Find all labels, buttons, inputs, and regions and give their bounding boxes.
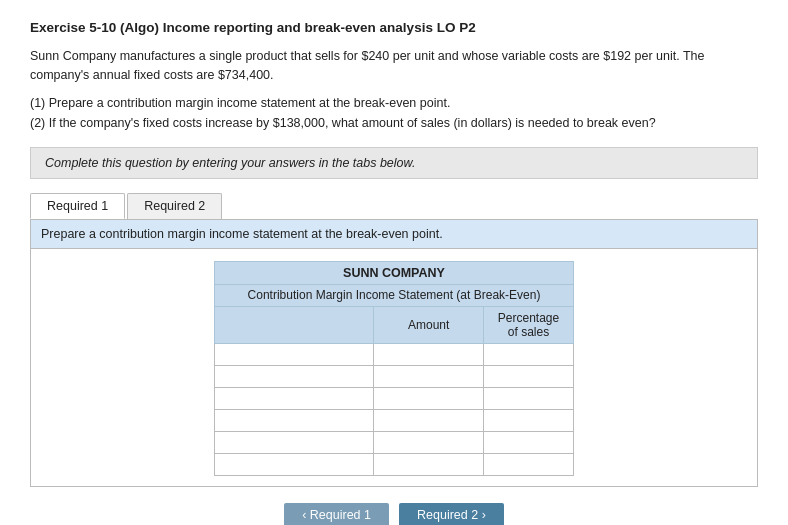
table-row [215, 387, 574, 409]
next-button[interactable]: Required 2 › [399, 503, 504, 526]
amount-input-6[interactable] [378, 457, 479, 471]
row-label [215, 365, 374, 387]
statement-title: Contribution Margin Income Statement (at… [215, 284, 574, 306]
table-wrapper: SUNN COMPANY Contribution Margin Income … [31, 249, 757, 486]
row-amount[interactable] [374, 387, 484, 409]
description: Sunn Company manufactures a single produ… [30, 47, 758, 85]
pct-input-3[interactable] [488, 391, 569, 405]
col-header-label [215, 306, 374, 343]
prev-button-label: Required 1 [310, 508, 371, 522]
next-arrow-icon: › [478, 508, 486, 522]
pct-input-5[interactable] [488, 435, 569, 449]
tab-required-1[interactable]: Required 1 [30, 193, 125, 219]
row-label [215, 409, 374, 431]
row-amount[interactable] [374, 453, 484, 475]
row-amount[interactable] [374, 409, 484, 431]
amount-input-2[interactable] [378, 369, 479, 383]
row-pct[interactable] [484, 409, 574, 431]
table-row [215, 453, 574, 475]
col-header-pct: Percentageof sales [484, 306, 574, 343]
row-amount[interactable] [374, 431, 484, 453]
row-label [215, 453, 374, 475]
income-statement-table: SUNN COMPANY Contribution Margin Income … [214, 261, 574, 476]
row-pct[interactable] [484, 431, 574, 453]
next-button-label: Required 2 [417, 508, 478, 522]
col-header-amount: Amount [374, 306, 484, 343]
pct-input-2[interactable] [488, 369, 569, 383]
prev-button[interactable]: ‹ Required 1 [284, 503, 389, 526]
exercise-title: Exercise 5-10 (Algo) Income reporting an… [30, 20, 758, 35]
tab-required-2[interactable]: Required 2 [127, 193, 222, 219]
row-pct[interactable] [484, 387, 574, 409]
pct-input-6[interactable] [488, 457, 569, 471]
row-amount[interactable] [374, 343, 484, 365]
row-pct[interactable] [484, 365, 574, 387]
tabs-row: Required 1 Required 2 [30, 193, 758, 219]
table-row [215, 343, 574, 365]
row-label [215, 387, 374, 409]
instruction-1: (1) Prepare a contribution margin income… [30, 93, 758, 113]
company-name: SUNN COMPANY [215, 261, 574, 284]
complete-box: Complete this question by entering your … [30, 147, 758, 179]
instructions: (1) Prepare a contribution margin income… [30, 93, 758, 133]
pct-input-1[interactable] [488, 347, 569, 361]
nav-buttons: ‹ Required 1 Required 2 › [30, 503, 758, 526]
tab-content: Prepare a contribution margin income sta… [30, 219, 758, 487]
amount-input-1[interactable] [378, 347, 479, 361]
row-amount[interactable] [374, 365, 484, 387]
table-row [215, 431, 574, 453]
row-pct[interactable] [484, 453, 574, 475]
row-label [215, 343, 374, 365]
table-row [215, 409, 574, 431]
amount-input-5[interactable] [378, 435, 479, 449]
pct-input-4[interactable] [488, 413, 569, 427]
tab-description: Prepare a contribution margin income sta… [31, 220, 757, 249]
prev-arrow-icon: ‹ [302, 508, 310, 522]
instruction-2: (2) If the company's fixed costs increas… [30, 113, 758, 133]
row-pct[interactable] [484, 343, 574, 365]
row-label [215, 431, 374, 453]
amount-input-4[interactable] [378, 413, 479, 427]
table-row [215, 365, 574, 387]
amount-input-3[interactable] [378, 391, 479, 405]
